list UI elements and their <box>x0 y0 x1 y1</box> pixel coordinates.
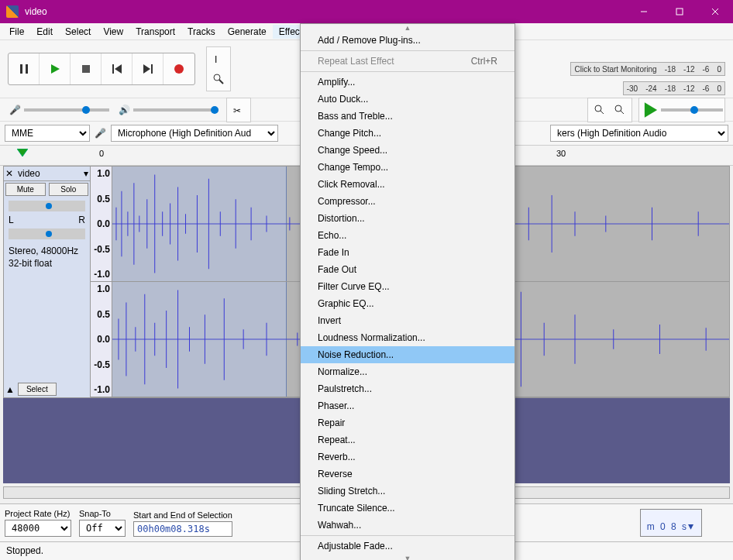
menu-edit[interactable]: Edit <box>30 25 59 39</box>
svg-point-12 <box>174 64 184 74</box>
input-device-select[interactable]: Microphone (High Definition Aud <box>111 125 278 142</box>
project-rate-select[interactable]: 48000 <box>5 520 71 537</box>
record-meter[interactable]: Click to Start Monitoring -18 -12 -6 0 <box>570 62 725 76</box>
svg-rect-4 <box>20 64 22 74</box>
menu-item-compressor[interactable]: Compressor... <box>301 193 514 210</box>
maximize-button[interactable] <box>662 0 697 23</box>
svg-rect-1 <box>676 9 683 15</box>
stop-button[interactable] <box>71 53 102 84</box>
menu-item-normalize[interactable]: Normalize... <box>301 363 514 380</box>
scroll-up-icon[interactable]: ▲ <box>301 24 514 32</box>
menu-tracks[interactable]: Tracks <box>181 25 222 39</box>
audio-host-select[interactable]: MME <box>5 125 90 142</box>
record-volume <box>9 105 109 115</box>
menu-item-repeat[interactable]: Repeat... <box>301 431 514 448</box>
track-select-button[interactable]: Select <box>18 383 57 396</box>
selection-tool-icon[interactable]: I <box>208 49 229 69</box>
menu-item-adjustable-fade[interactable]: Adjustable Fade... <box>301 538 514 555</box>
svg-marker-11 <box>143 64 150 74</box>
scroll-down-icon[interactable]: ▼ <box>301 555 514 560</box>
collapse-icon[interactable]: ▲ <box>5 384 15 395</box>
menu-item-repair[interactable]: Repair <box>301 414 514 431</box>
menu-item-auto-duck[interactable]: Auto Duck... <box>301 91 514 108</box>
menu-item-change-speed[interactable]: Change Speed... <box>301 142 514 159</box>
menu-item-distortion[interactable]: Distortion... <box>301 210 514 227</box>
menu-select[interactable]: Select <box>59 25 97 39</box>
gain-slider[interactable] <box>9 201 85 211</box>
menu-item-graphic-eq[interactable]: Graphic EQ... <box>301 295 514 312</box>
playhead-icon[interactable] <box>17 149 28 160</box>
menu-item-noise-reduction[interactable]: Noise Reduction... <box>301 346 514 363</box>
pause-button[interactable] <box>9 53 40 84</box>
close-button[interactable] <box>697 0 733 23</box>
track-name[interactable]: video <box>15 168 84 179</box>
titlebar: video <box>0 0 733 23</box>
menu-item-sliding-stretch[interactable]: Sliding Stretch... <box>301 483 514 500</box>
track-close-icon[interactable]: ✕ <box>5 168 15 179</box>
menu-item-click-removal[interactable]: Click Removal... <box>301 176 514 193</box>
menu-item-bass-and-treble[interactable]: Bass and Treble... <box>301 108 514 125</box>
window-title: video <box>25 6 626 17</box>
snap-to-label: Snap-To <box>79 509 126 518</box>
menu-item-change-tempo[interactable]: Change Tempo... <box>301 159 514 176</box>
menu-transport[interactable]: Transport <box>129 25 181 39</box>
track-menu-icon[interactable]: ▾ <box>84 168 88 179</box>
track-control-panel: ✕ video ▾ Mute Solo LR Stereo, 48000Hz 3… <box>4 167 91 397</box>
menu-item-phaser[interactable]: Phaser... <box>301 397 514 414</box>
output-device-select[interactable]: kers (High Definition Audio <box>550 125 728 142</box>
mini-play-icon[interactable] <box>641 100 661 120</box>
menu-item-change-pitch[interactable]: Change Pitch... <box>301 125 514 142</box>
snap-to-select[interactable]: Off <box>79 520 126 537</box>
skip-end-button[interactable] <box>132 53 163 84</box>
record-volume-slider[interactable] <box>24 108 109 112</box>
timeline-tick: 30 <box>556 149 566 158</box>
menu-item-loudness-normalization[interactable]: Loudness Normalization... <box>301 329 514 346</box>
pan-slider[interactable] <box>9 228 85 239</box>
zoom-tool-icon[interactable] <box>208 69 229 89</box>
menu-item-reverb[interactable]: Reverb... <box>301 448 514 466</box>
menu-item-repeat-last-effect[interactable]: Repeat Last EffectCtrl+R <box>301 53 514 70</box>
menu-item-echo[interactable]: Echo... <box>301 227 514 244</box>
zoom-out-icon[interactable] <box>610 100 630 120</box>
menu-item-truncate-silence[interactable]: Truncate Silence... <box>301 500 514 517</box>
speed-slider[interactable] <box>661 108 723 112</box>
play-button[interactable] <box>40 53 71 84</box>
zoom-in-icon[interactable] <box>590 100 610 120</box>
minimize-button[interactable] <box>626 0 662 23</box>
menu-item-fade-in[interactable]: Fade In <box>301 244 514 261</box>
svg-point-14 <box>214 74 220 81</box>
playback-meter[interactable]: -30 -24 -18 -12 -6 0 <box>623 81 725 95</box>
skip-start-button[interactable] <box>102 53 132 84</box>
meter-label: Click to Start Monitoring <box>574 65 656 74</box>
audio-position-display[interactable]: m 0 8 s▾ <box>640 509 702 537</box>
solo-button[interactable]: Solo <box>49 183 89 196</box>
menu-item-amplify[interactable]: Amplify... <box>301 74 514 91</box>
timeline-tick: 0 <box>99 149 104 158</box>
menu-item-paulstretch[interactable]: Paulstretch... <box>301 380 514 397</box>
effect-menu-dropdown: ▲ Add / Remove Plug-ins... Repeat Last E… <box>300 23 515 560</box>
menu-item-filter-curve-eq[interactable]: Filter Curve EQ... <box>301 278 514 295</box>
mic-icon <box>9 105 21 115</box>
svg-rect-10 <box>151 64 153 74</box>
mini-transport <box>638 98 725 122</box>
playback-volume-slider[interactable] <box>133 108 219 112</box>
zoom-tools <box>587 98 632 122</box>
record-button[interactable] <box>163 53 194 84</box>
cut-icon[interactable]: ✂ <box>229 100 249 120</box>
y-axis: 1.00.50.0-0.5-1.0 <box>91 282 112 397</box>
menu-item-invert[interactable]: Invert <box>301 312 514 329</box>
app-icon <box>6 5 19 18</box>
svg-line-18 <box>601 111 604 114</box>
menu-file[interactable]: File <box>3 25 30 39</box>
menu-item-reverse[interactable]: Reverse <box>301 466 514 483</box>
y-axis: 1.00.50.0-0.5-1.0 <box>91 167 112 281</box>
menu-generate[interactable]: Generate <box>222 25 273 39</box>
menu-item-fade-out[interactable]: Fade Out <box>301 261 514 278</box>
mute-button[interactable]: Mute <box>5 183 46 196</box>
menu-item-add-remove-plugins[interactable]: Add / Remove Plug-ins... <box>301 32 514 49</box>
svg-marker-9 <box>115 64 122 74</box>
edit-tools: I <box>206 46 231 91</box>
menu-view[interactable]: View <box>97 25 129 39</box>
menu-item-wahwah[interactable]: Wahwah... <box>301 517 514 534</box>
selection-start-field[interactable]: 00h00m08.318s <box>133 521 232 537</box>
